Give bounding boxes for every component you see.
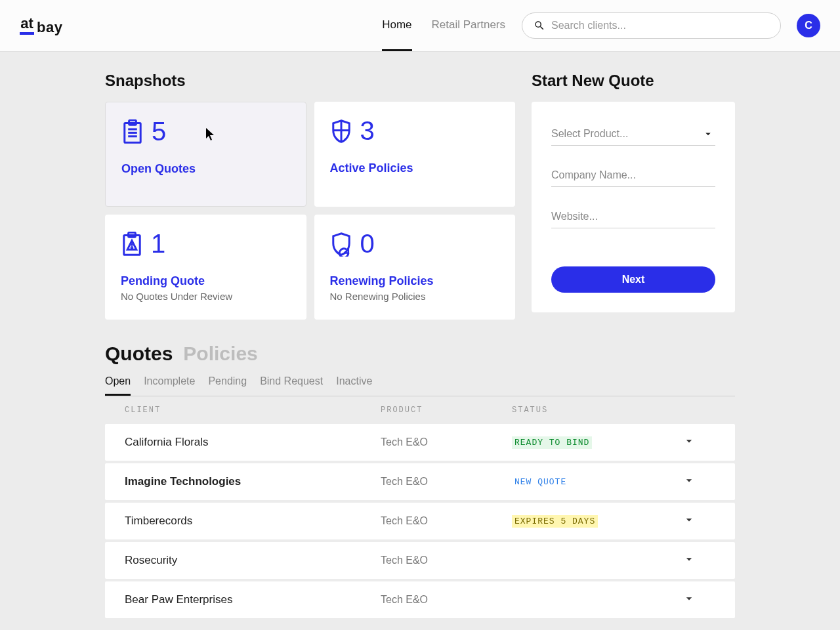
- expand-row[interactable]: [682, 553, 715, 568]
- snapshot-count: 0: [360, 229, 375, 259]
- snapshot-label: Pending Quote: [121, 274, 291, 288]
- chevron-down-icon: [702, 128, 714, 140]
- table-row[interactable]: Bear Paw EnterprisesTech E&O: [105, 581, 735, 618]
- chevron-down-icon: [682, 513, 696, 526]
- tab-inactive[interactable]: Inactive: [336, 370, 372, 396]
- col-client: CLIENT: [125, 406, 381, 415]
- minor-tabs: Open Incomplete Pending Bind Request Ina…: [105, 370, 735, 396]
- expand-row[interactable]: [682, 592, 715, 608]
- tab-quotes[interactable]: Quotes: [105, 343, 173, 365]
- snapshot-label: Active Policies: [330, 161, 500, 175]
- tab-policies[interactable]: Policies: [183, 343, 257, 365]
- main-nav: Home Retail Partners: [382, 1, 505, 51]
- cell-client: Rosecurity: [125, 554, 381, 567]
- snapshot-open-quotes[interactable]: 5 Open Quotes: [105, 102, 306, 207]
- snapshot-sub: No Renewing Policies: [330, 291, 500, 302]
- svg-point-10: [131, 247, 133, 248]
- snapshot-pending-quote[interactable]: 1 Pending Quote No Quotes Under Review: [105, 215, 306, 320]
- logo-at-text: at: [20, 16, 33, 31]
- logo-bar: [20, 32, 34, 35]
- tab-bind-request[interactable]: Bind Request: [260, 370, 323, 396]
- cell-client: Imagine Technologies: [125, 475, 381, 488]
- chevron-down-icon: [682, 553, 696, 566]
- search-wrap: [522, 12, 781, 39]
- website-input[interactable]: [551, 205, 715, 228]
- snapshot-renewing-policies[interactable]: 0 Renewing Policies No Renewing Policies: [314, 215, 516, 320]
- nav-home[interactable]: Home: [382, 1, 411, 51]
- cell-product: Tech E&O: [381, 476, 512, 488]
- new-quote-panel: Next: [532, 102, 735, 312]
- snapshot-label: Open Quotes: [121, 162, 290, 176]
- snapshot-active-policies[interactable]: 3 Active Policies: [314, 102, 516, 207]
- logo-bay-text: bay: [37, 20, 62, 35]
- logo[interactable]: at bay: [20, 16, 62, 35]
- avatar[interactable]: C: [797, 14, 820, 37]
- cell-product: Tech E&O: [381, 436, 512, 448]
- table-row[interactable]: Imagine TechnologiesTech E&ONEW QUOTE: [105, 463, 735, 500]
- cell-client: Bear Paw Enterprises: [125, 593, 381, 606]
- top-header: at bay Home Retail Partners C: [0, 0, 840, 52]
- cell-client: California Florals: [125, 436, 381, 449]
- nav-retail-partners[interactable]: Retail Partners: [432, 1, 505, 51]
- shield-icon: [330, 119, 352, 144]
- chevron-down-icon: [682, 474, 696, 487]
- product-select[interactable]: [551, 123, 715, 146]
- clipboard-icon: [121, 119, 144, 144]
- cell-status: NEW QUOTE: [512, 475, 682, 488]
- table-row[interactable]: California FloralsTech E&OREADY TO BIND: [105, 424, 735, 461]
- expand-row[interactable]: [682, 513, 715, 529]
- col-status: STATUS: [512, 406, 682, 415]
- cell-product: Tech E&O: [381, 555, 512, 566]
- table-row[interactable]: RosecurityTech E&O: [105, 542, 735, 579]
- cell-product: Tech E&O: [381, 515, 512, 527]
- tab-pending[interactable]: Pending: [208, 370, 247, 396]
- snapshot-count: 5: [152, 117, 166, 146]
- company-name-input[interactable]: [551, 164, 715, 187]
- quotes-table: CLIENT PRODUCT STATUS California Florals…: [105, 396, 735, 618]
- table-row[interactable]: TimberecordsTech E&OEXPIRES 5 DAYS: [105, 503, 735, 539]
- col-product: PRODUCT: [381, 406, 512, 415]
- snapshot-count: 1: [151, 229, 165, 259]
- status-badge: READY TO BIND: [512, 436, 592, 449]
- cell-status: EXPIRES 5 DAYS: [512, 514, 682, 528]
- chevron-down-icon: [682, 592, 696, 605]
- cell-status: READY TO BIND: [512, 436, 682, 449]
- major-tabs: Quotes Policies: [105, 343, 735, 365]
- snapshots-grid: 5 Open Quotes 3 Active Policies: [105, 102, 515, 320]
- snapshots-title: Snapshots: [105, 72, 515, 90]
- next-button[interactable]: Next: [551, 266, 715, 293]
- chevron-down-icon: [682, 434, 696, 448]
- status-badge: NEW QUOTE: [512, 476, 569, 488]
- shield-refresh-icon: [330, 232, 352, 257]
- snapshot-label: Renewing Policies: [330, 274, 500, 288]
- cell-product: Tech E&O: [381, 594, 512, 606]
- cell-client: Timberecords: [125, 514, 381, 528]
- expand-row[interactable]: [682, 474, 715, 490]
- tab-incomplete[interactable]: Incomplete: [144, 370, 195, 396]
- search-icon: [534, 20, 545, 32]
- table-header: CLIENT PRODUCT STATUS: [105, 396, 735, 424]
- snapshot-sub: No Quotes Under Review: [121, 291, 291, 302]
- new-quote-title: Start New Quote: [532, 72, 735, 90]
- tab-open[interactable]: Open: [105, 370, 131, 396]
- snapshot-count: 3: [360, 116, 375, 146]
- clipboard-alert-icon: [121, 232, 143, 257]
- status-badge: EXPIRES 5 DAYS: [512, 515, 598, 528]
- expand-row[interactable]: [682, 434, 715, 450]
- search-input[interactable]: [522, 12, 781, 39]
